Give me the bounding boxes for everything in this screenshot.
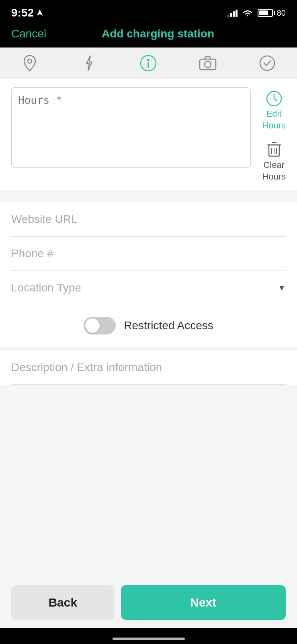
clear-hours-button[interactable]: ClearHours <box>262 141 286 182</box>
tab-info[interactable] <box>136 53 160 73</box>
clear-hours-label: ClearHours <box>262 159 286 182</box>
toggle-knob <box>85 318 100 333</box>
description-input[interactable] <box>11 351 286 385</box>
bottom-buttons: Back Next <box>0 577 297 628</box>
description-section <box>0 351 297 385</box>
page-title: Add charging station <box>54 27 286 40</box>
location-pin-icon <box>23 55 37 72</box>
home-indicator <box>113 638 185 640</box>
svg-point-6 <box>205 61 211 68</box>
location-arrow-icon <box>36 8 43 17</box>
wifi-icon <box>242 8 254 17</box>
edit-hours-button[interactable]: EditHours <box>262 91 286 131</box>
next-button[interactable]: Next <box>121 585 286 620</box>
location-type-input[interactable] <box>11 281 274 294</box>
battery-icon: 80 <box>258 8 286 18</box>
check-icon <box>259 55 275 71</box>
signal-icon <box>227 9 238 17</box>
time-display: 9:52 <box>11 6 34 19</box>
phone-field <box>11 237 286 271</box>
hours-section: EditHours ClearHours <box>0 79 297 190</box>
back-button[interactable]: Back <box>11 585 115 620</box>
clock-icon <box>266 91 282 107</box>
restricted-access-row: Restricted Access <box>0 305 297 347</box>
trash-icon <box>266 141 282 158</box>
hours-textarea-wrapper <box>11 87 251 182</box>
hours-actions: EditHours ClearHours <box>251 87 286 182</box>
lightning-icon <box>83 55 95 72</box>
dropdown-arrow-icon: ▼ <box>278 283 286 293</box>
tab-bar <box>0 47 297 79</box>
phone-input[interactable] <box>11 247 286 260</box>
svg-point-7 <box>260 56 274 70</box>
svg-marker-0 <box>37 9 43 16</box>
website-url-input[interactable] <box>11 213 286 226</box>
hours-input[interactable] <box>11 87 251 168</box>
tab-charging[interactable] <box>77 53 101 73</box>
info-icon <box>140 55 157 72</box>
edit-hours-label: EditHours <box>262 108 286 131</box>
restricted-access-label: Restricted Access <box>124 319 213 332</box>
tab-check[interactable] <box>255 53 279 73</box>
cancel-button[interactable]: Cancel <box>11 27 46 40</box>
form-section: ▼ <box>0 202 297 305</box>
spacer-2 <box>0 385 297 433</box>
tab-location[interactable] <box>18 53 42 73</box>
svg-point-1 <box>28 59 32 63</box>
restricted-access-toggle[interactable] <box>84 317 116 334</box>
status-bar: 9:52 80 <box>0 0 297 24</box>
location-type-field[interactable]: ▼ <box>11 271 286 305</box>
camera-icon <box>199 56 217 70</box>
website-url-field <box>11 202 286 237</box>
nav-bar: Cancel Add charging station <box>0 24 297 47</box>
svg-point-4 <box>147 59 149 61</box>
spacer-1 <box>0 190 297 202</box>
main-content: EditHours ClearHours <box>0 79 297 604</box>
tab-photo[interactable] <box>196 53 220 73</box>
status-right: 80 <box>227 8 286 18</box>
status-time: 9:52 <box>11 6 43 19</box>
